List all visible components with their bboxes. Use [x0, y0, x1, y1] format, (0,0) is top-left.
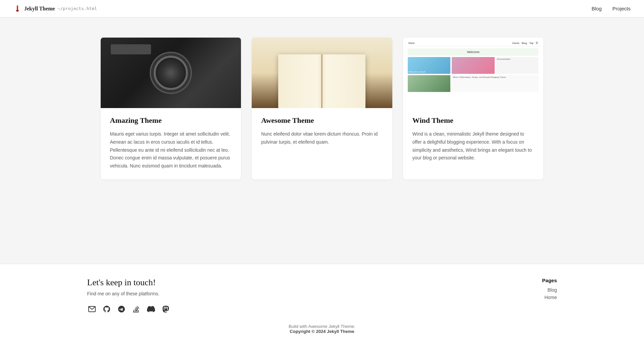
footer-home-link[interactable]: Home [542, 295, 557, 300]
footer-copyright-2: Copyright © 2024 Jekyll Theme [87, 329, 557, 334]
footer-copyright-2-text: Copyright © 2024 Jekyll Theme [290, 329, 354, 334]
telegram-icon[interactable] [117, 304, 126, 314]
awesome-theme-content: Awesome Theme Nunc eleifend dolor vitae … [252, 108, 392, 156]
project-card-amazing: Amazing Theme Mauris eget varius turpis.… [101, 38, 241, 180]
footer-pages-links: Blog Home [542, 287, 557, 300]
svg-rect-0 [17, 5, 18, 11]
footer: Let's keep in touch! Find me on any of t… [0, 264, 644, 344]
stackoverflow-icon[interactable] [132, 304, 141, 314]
footer-blog-link[interactable]: Blog [542, 287, 557, 293]
wind-theme-desc: Wind is a clean, minimalistic Jekyll the… [412, 130, 534, 162]
footer-inner: Let's keep in touch! Find me on any of t… [87, 278, 557, 314]
amazing-theme-content: Amazing Theme Mauris eget varius turpis.… [101, 108, 241, 180]
wind-theme-title: Wind Theme [412, 116, 534, 125]
nav-brand: Jekyll Theme ~/projects.html [13, 5, 97, 13]
mastodon-icon[interactable] [161, 304, 170, 314]
discord-icon[interactable] [146, 304, 156, 314]
projects-grid: Amazing Theme Mauris eget varius turpis.… [101, 38, 544, 180]
footer-left: Let's keep in touch! Find me on any of t… [87, 278, 170, 314]
amazing-theme-title: Amazing Theme [110, 116, 232, 125]
footer-tagline: Let's keep in touch! [87, 278, 170, 288]
svg-point-2 [16, 10, 18, 12]
wind-nav-items: Home Blog Top ☰ [512, 42, 538, 45]
wind-header: Wind Home Blog Top ☰ [406, 40, 541, 46]
wind-site-title: Wind [408, 42, 414, 45]
footer-social-icons [87, 304, 170, 314]
main-content: Amazing Theme Mauris eget varius turpis.… [87, 17, 557, 264]
nav-links: Blog Projects [592, 6, 631, 11]
email-icon[interactable] [87, 304, 97, 314]
footer-right: Pages Blog Home [542, 278, 557, 300]
brand-name: Jekyll Theme [24, 6, 55, 12]
navbar: Jekyll Theme ~/projects.html Blog Projec… [0, 0, 644, 17]
footer-subtitle: Find me on any of these platforms. [87, 291, 170, 296]
amazing-theme-desc: Mauris eget varius turpis. Integer sit a… [110, 130, 232, 170]
amazing-theme-image [101, 38, 241, 108]
wind-theme-image: Wind Home Blog Top ☰ Welcome Welcome to … [403, 38, 544, 108]
brand-path: ~/projects.html [58, 6, 97, 11]
footer-copyright-1: Build with Awesome Jekyll Theme. [87, 324, 557, 329]
wind-theme-content: Wind Theme Wind is a clean, minimalistic… [403, 108, 544, 171]
jekyll-logo-icon [13, 5, 21, 13]
nav-projects-link[interactable]: Projects [612, 6, 631, 11]
footer-pages-title: Pages [542, 278, 557, 283]
awesome-theme-title: Awesome Theme [261, 116, 383, 125]
project-card-wind: Wind Home Blog Top ☰ Welcome Welcome to … [403, 38, 544, 180]
footer-bottom: Build with Awesome Jekyll Theme. Copyrig… [87, 324, 557, 334]
awesome-theme-image [252, 38, 392, 108]
wind-screenshot: Wind Home Blog Top ☰ Welcome Welcome to … [403, 38, 544, 108]
project-card-awesome: Awesome Theme Nunc eleifend dolor vitae … [252, 38, 392, 180]
awesome-theme-desc: Nunc eleifend dolor vitae lorem dictum r… [261, 130, 383, 146]
github-icon[interactable] [102, 304, 111, 314]
nav-blog-link[interactable]: Blog [592, 6, 602, 11]
